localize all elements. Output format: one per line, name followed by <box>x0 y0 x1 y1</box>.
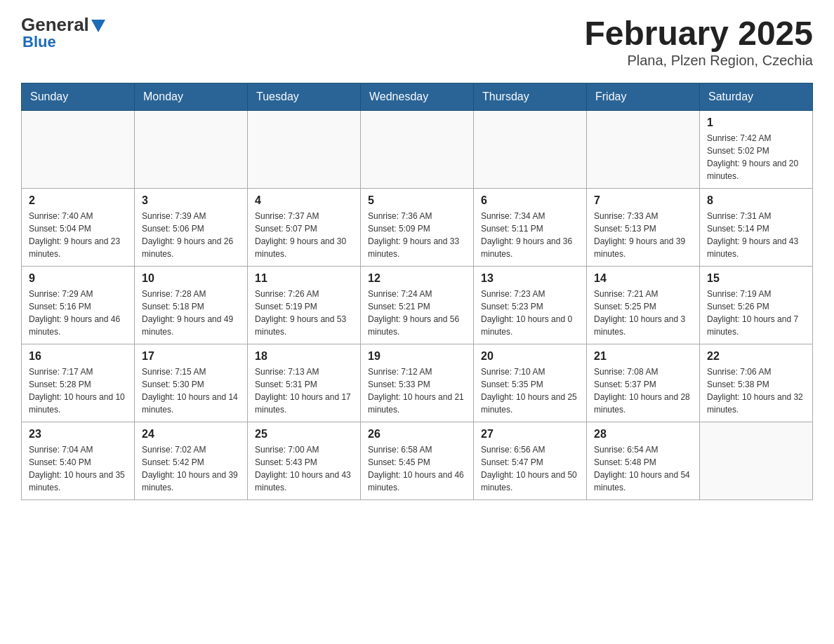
logo: General Blue <box>21 14 105 51</box>
calendar-cell: 5Sunrise: 7:36 AMSunset: 5:09 PMDaylight… <box>361 189 474 267</box>
day-info: Sunrise: 7:36 AMSunset: 5:09 PMDaylight:… <box>368 210 466 260</box>
day-number: 11 <box>255 272 353 285</box>
calendar-cell: 6Sunrise: 7:34 AMSunset: 5:11 PMDaylight… <box>474 189 587 267</box>
calendar-cell <box>248 111 361 189</box>
calendar-cell: 19Sunrise: 7:12 AMSunset: 5:33 PMDayligh… <box>361 344 474 422</box>
day-info: Sunrise: 7:12 AMSunset: 5:33 PMDaylight:… <box>368 365 466 416</box>
calendar-cell <box>474 111 587 189</box>
calendar-cell: 11Sunrise: 7:26 AMSunset: 5:19 PMDayligh… <box>248 267 361 344</box>
day-info: Sunrise: 7:10 AMSunset: 5:35 PMDaylight:… <box>481 365 579 416</box>
calendar-cell: 25Sunrise: 7:00 AMSunset: 5:43 PMDayligh… <box>248 422 361 500</box>
day-number: 8 <box>707 194 805 207</box>
calendar-cell: 27Sunrise: 6:56 AMSunset: 5:47 PMDayligh… <box>474 422 587 500</box>
logo-blue-text: Blue <box>21 33 56 51</box>
day-info: Sunrise: 7:04 AMSunset: 5:40 PMDaylight:… <box>29 443 127 494</box>
calendar-subtitle: Plana, Plzen Region, Czechia <box>584 53 813 69</box>
calendar-cell: 1Sunrise: 7:42 AMSunset: 5:02 PMDaylight… <box>700 111 813 189</box>
calendar-table: Sunday Monday Tuesday Wednesday Thursday… <box>21 83 813 500</box>
col-saturday: Saturday <box>700 83 813 111</box>
day-info: Sunrise: 7:15 AMSunset: 5:30 PMDaylight:… <box>142 365 240 416</box>
col-friday: Friday <box>587 83 700 111</box>
col-monday: Monday <box>135 83 248 111</box>
day-number: 4 <box>255 194 353 207</box>
week-row-3: 16Sunrise: 7:17 AMSunset: 5:28 PMDayligh… <box>22 344 813 422</box>
calendar-cell: 17Sunrise: 7:15 AMSunset: 5:30 PMDayligh… <box>135 344 248 422</box>
day-number: 12 <box>368 272 466 285</box>
day-info: Sunrise: 7:00 AMSunset: 5:43 PMDaylight:… <box>255 443 353 494</box>
week-row-1: 2Sunrise: 7:40 AMSunset: 5:04 PMDaylight… <box>22 189 813 267</box>
day-number: 22 <box>707 350 805 363</box>
day-number: 2 <box>29 194 127 207</box>
day-info: Sunrise: 7:24 AMSunset: 5:21 PMDaylight:… <box>368 288 466 338</box>
calendar-cell: 28Sunrise: 6:54 AMSunset: 5:48 PMDayligh… <box>587 422 700 500</box>
week-row-2: 9Sunrise: 7:29 AMSunset: 5:16 PMDaylight… <box>22 267 813 344</box>
day-info: Sunrise: 7:31 AMSunset: 5:14 PMDaylight:… <box>707 210 805 260</box>
day-number: 10 <box>142 272 240 285</box>
day-info: Sunrise: 7:33 AMSunset: 5:13 PMDaylight:… <box>594 210 692 260</box>
calendar-cell: 8Sunrise: 7:31 AMSunset: 5:14 PMDaylight… <box>700 189 813 267</box>
day-info: Sunrise: 7:13 AMSunset: 5:31 PMDaylight:… <box>255 365 353 416</box>
day-number: 6 <box>481 194 579 207</box>
day-info: Sunrise: 7:39 AMSunset: 5:06 PMDaylight:… <box>142 210 240 260</box>
calendar-title: February 2025 <box>584 14 813 53</box>
calendar-cell: 2Sunrise: 7:40 AMSunset: 5:04 PMDaylight… <box>22 189 135 267</box>
day-info: Sunrise: 7:17 AMSunset: 5:28 PMDaylight:… <box>29 365 127 416</box>
day-number: 16 <box>29 350 127 363</box>
day-number: 3 <box>142 194 240 207</box>
calendar-cell: 23Sunrise: 7:04 AMSunset: 5:40 PMDayligh… <box>22 422 135 500</box>
calendar-cell: 18Sunrise: 7:13 AMSunset: 5:31 PMDayligh… <box>248 344 361 422</box>
day-number: 25 <box>255 428 353 441</box>
col-thursday: Thursday <box>474 83 587 111</box>
week-row-4: 23Sunrise: 7:04 AMSunset: 5:40 PMDayligh… <box>22 422 813 500</box>
day-number: 7 <box>594 194 692 207</box>
calendar-cell: 21Sunrise: 7:08 AMSunset: 5:37 PMDayligh… <box>587 344 700 422</box>
day-number: 24 <box>142 428 240 441</box>
day-info: Sunrise: 6:58 AMSunset: 5:45 PMDaylight:… <box>368 443 466 494</box>
day-number: 15 <box>707 272 805 285</box>
calendar-cell: 4Sunrise: 7:37 AMSunset: 5:07 PMDaylight… <box>248 189 361 267</box>
day-number: 13 <box>481 272 579 285</box>
calendar-cell: 24Sunrise: 7:02 AMSunset: 5:42 PMDayligh… <box>135 422 248 500</box>
day-info: Sunrise: 7:23 AMSunset: 5:23 PMDaylight:… <box>481 288 579 338</box>
calendar-cell: 7Sunrise: 7:33 AMSunset: 5:13 PMDaylight… <box>587 189 700 267</box>
calendar-cell: 14Sunrise: 7:21 AMSunset: 5:25 PMDayligh… <box>587 267 700 344</box>
day-number: 14 <box>594 272 692 285</box>
calendar-cell: 16Sunrise: 7:17 AMSunset: 5:28 PMDayligh… <box>22 344 135 422</box>
col-wednesday: Wednesday <box>361 83 474 111</box>
day-info: Sunrise: 6:54 AMSunset: 5:48 PMDaylight:… <box>594 443 692 494</box>
calendar-cell <box>587 111 700 189</box>
day-info: Sunrise: 7:21 AMSunset: 5:25 PMDaylight:… <box>594 288 692 338</box>
day-info: Sunrise: 7:19 AMSunset: 5:26 PMDaylight:… <box>707 288 805 338</box>
calendar-cell <box>135 111 248 189</box>
day-info: Sunrise: 7:37 AMSunset: 5:07 PMDaylight:… <box>255 210 353 260</box>
col-sunday: Sunday <box>22 83 135 111</box>
day-number: 21 <box>594 350 692 363</box>
calendar-cell: 9Sunrise: 7:29 AMSunset: 5:16 PMDaylight… <box>22 267 135 344</box>
calendar-cell <box>22 111 135 189</box>
calendar-cell: 20Sunrise: 7:10 AMSunset: 5:35 PMDayligh… <box>474 344 587 422</box>
calendar-cell: 10Sunrise: 7:28 AMSunset: 5:18 PMDayligh… <box>135 267 248 344</box>
calendar-cell <box>700 422 813 500</box>
day-info: Sunrise: 7:28 AMSunset: 5:18 PMDaylight:… <box>142 288 240 338</box>
day-number: 1 <box>707 116 805 129</box>
day-info: Sunrise: 7:34 AMSunset: 5:11 PMDaylight:… <box>481 210 579 260</box>
day-number: 19 <box>368 350 466 363</box>
calendar-cell: 13Sunrise: 7:23 AMSunset: 5:23 PMDayligh… <box>474 267 587 344</box>
day-number: 23 <box>29 428 127 441</box>
day-info: Sunrise: 7:42 AMSunset: 5:02 PMDaylight:… <box>707 132 805 182</box>
day-info: Sunrise: 6:56 AMSunset: 5:47 PMDaylight:… <box>481 443 579 494</box>
calendar-cell: 22Sunrise: 7:06 AMSunset: 5:38 PMDayligh… <box>700 344 813 422</box>
day-number: 26 <box>368 428 466 441</box>
day-info: Sunrise: 7:02 AMSunset: 5:42 PMDaylight:… <box>142 443 240 494</box>
calendar-cell: 15Sunrise: 7:19 AMSunset: 5:26 PMDayligh… <box>700 267 813 344</box>
day-number: 27 <box>481 428 579 441</box>
day-number: 9 <box>29 272 127 285</box>
day-number: 20 <box>481 350 579 363</box>
calendar-cell: 12Sunrise: 7:24 AMSunset: 5:21 PMDayligh… <box>361 267 474 344</box>
day-number: 5 <box>368 194 466 207</box>
logo-arrow-icon <box>91 20 105 32</box>
title-block: February 2025 Plana, Plzen Region, Czech… <box>584 14 813 69</box>
col-tuesday: Tuesday <box>248 83 361 111</box>
day-number: 18 <box>255 350 353 363</box>
day-info: Sunrise: 7:08 AMSunset: 5:37 PMDaylight:… <box>594 365 692 416</box>
